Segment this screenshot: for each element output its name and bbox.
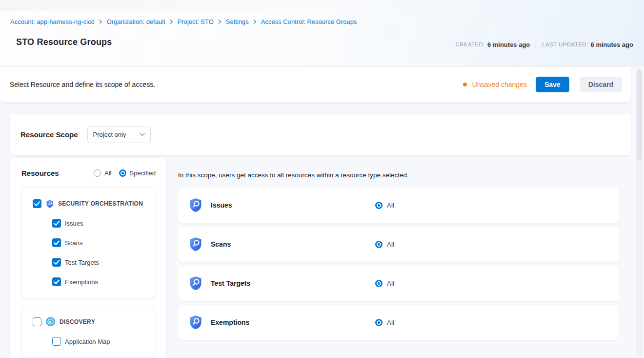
access-label[interactable]: All (387, 241, 394, 248)
action-toolbar: Select Resource and define its scope of … (0, 67, 631, 102)
sto-shield-icon (189, 198, 202, 212)
checkbox-scans[interactable] (52, 238, 61, 247)
toolbar-actions: Unsaved changes Save Discard (463, 77, 622, 92)
breadcrumb-item-account[interactable]: Account: app-harness-ng-cicd (10, 18, 95, 25)
access-radio-group: All (375, 266, 394, 301)
resource-group-discovery: DISCOVERY Application Map (21, 305, 155, 358)
tree-parent-row: SECURITY ORCHESTRATION (33, 199, 150, 208)
resource-row-issues: Issues All (178, 188, 619, 223)
access-radio-group: All (375, 305, 394, 340)
vertical-scrollbar-thumb[interactable] (637, 70, 642, 160)
radio-all-access[interactable] (375, 280, 382, 287)
radio-all-label[interactable]: All (104, 169, 111, 177)
resources-title: Resources (21, 169, 59, 177)
resource-scope-label: Resource Scope (20, 130, 78, 139)
last-updated-value: 6 minutes ago (591, 41, 633, 48)
radio-all-control[interactable] (94, 169, 101, 177)
radio-specified[interactable]: Specified (119, 169, 156, 177)
discovery-icon (46, 317, 55, 326)
chevron-right-icon (218, 20, 221, 24)
child-label[interactable]: Issues (65, 220, 83, 227)
last-updated-label: LAST UPDATED: (542, 42, 588, 47)
resources-panel: Resources All Specified SECURITY ORCHEST… (10, 158, 166, 358)
resource-row-label: Scans (211, 240, 231, 248)
access-radio-group: All (375, 227, 394, 262)
checkbox-discovery[interactable] (33, 317, 41, 326)
meta-divider (536, 41, 536, 48)
discard-button[interactable]: Discard (580, 77, 622, 92)
toolbar-description: Select Resource and define its scope of … (10, 81, 155, 88)
resource-rows: Issues All Scans All Test Targets All Ex… (178, 188, 619, 344)
unsaved-indicator-dot (463, 83, 467, 86)
resource-row-scans: Scans All (178, 227, 619, 262)
resource-row-label: Exemptions (211, 318, 249, 326)
header-top-strip (0, 0, 644, 11)
access-label[interactable]: All (387, 202, 394, 209)
resource-row-label: Test Targets (211, 279, 250, 287)
child-label[interactable]: Application Map (65, 338, 110, 345)
radio-specified-label[interactable]: Specified (130, 169, 156, 177)
radio-all-access[interactable] (375, 202, 382, 209)
checkbox-issues[interactable] (52, 219, 61, 228)
tree-parent-row: DISCOVERY (33, 317, 150, 326)
sto-shield-icon (189, 315, 202, 330)
tree-child-row: Test Targets (52, 258, 150, 267)
checkbox-application-map[interactable] (52, 337, 61, 346)
radio-specified-control[interactable] (119, 169, 126, 177)
radio-all[interactable]: All (94, 169, 111, 177)
page-title: STO Resource Groups (16, 37, 112, 47)
tree-child-row: Issues (52, 219, 150, 228)
breadcrumb-item-resource-groups[interactable]: Access Control: Resource Groups (261, 18, 357, 25)
tree-child-row: Exemptions (52, 277, 150, 286)
child-label[interactable]: Exemptions (65, 278, 98, 286)
resources-mode-radios: All Specified (94, 169, 156, 177)
resource-scope-selected-value: Project only (93, 131, 126, 138)
resource-row-exemptions: Exemptions All (178, 305, 619, 340)
access-radio-group: All (375, 188, 394, 223)
group-label[interactable]: SECURITY ORCHESTRATION (58, 200, 143, 207)
tree-child-row: Application Map (52, 337, 150, 346)
resource-row-label: Issues (211, 201, 232, 209)
checkbox-exemptions[interactable] (52, 277, 61, 286)
save-button[interactable]: Save (536, 77, 569, 92)
scope-description: In this scope, users get access to all r… (178, 171, 409, 179)
resource-scope-dropdown[interactable]: Project only (87, 126, 151, 143)
sto-shield-icon (189, 276, 202, 291)
child-label[interactable]: Scans (65, 239, 82, 247)
radio-all-access[interactable] (375, 241, 382, 248)
resource-group-security-orchestration: SECURITY ORCHESTRATION Issues Scans Test… (21, 187, 155, 298)
child-label[interactable]: Test Targets (65, 259, 99, 266)
chevron-right-icon (99, 20, 102, 24)
sto-shield-icon (189, 237, 202, 252)
checkbox-security-orchestration[interactable] (33, 199, 41, 208)
unsaved-changes-badge: Unsaved changes (463, 81, 527, 88)
page-header: Account: app-harness-ng-cicd Organizatio… (0, 0, 644, 66)
breadcrumb-item-settings[interactable]: Settings (226, 18, 249, 25)
radio-all-access[interactable] (375, 319, 382, 326)
created-value: 6 minutes ago (487, 41, 530, 48)
chevron-right-icon (170, 20, 173, 24)
group-label[interactable]: DISCOVERY (60, 318, 95, 325)
tree-child-row: Scans (52, 238, 150, 247)
chevron-down-icon (140, 133, 145, 136)
sto-shield-icon (46, 200, 54, 208)
breadcrumb-item-project[interactable]: Project: STO (178, 18, 214, 25)
resource-scope-card: Resource Scope Project only (10, 114, 631, 155)
chevron-right-icon (253, 20, 257, 24)
resource-row-test-targets: Test Targets All (178, 266, 619, 301)
created-label: CREATED: (455, 42, 485, 47)
access-label[interactable]: All (387, 280, 394, 287)
vertical-scrollbar-track[interactable] (636, 68, 643, 357)
checkbox-test-targets[interactable] (52, 258, 61, 267)
breadcrumb: Account: app-harness-ng-cicd Organizatio… (10, 18, 357, 25)
access-label[interactable]: All (387, 319, 394, 326)
header-meta: CREATED: 6 minutes ago LAST UPDATED: 6 m… (455, 41, 633, 48)
breadcrumb-item-organization[interactable]: Organization: default (107, 18, 165, 25)
unsaved-changes-text: Unsaved changes (472, 81, 527, 88)
resources-panel-header: Resources All Specified (10, 158, 166, 177)
